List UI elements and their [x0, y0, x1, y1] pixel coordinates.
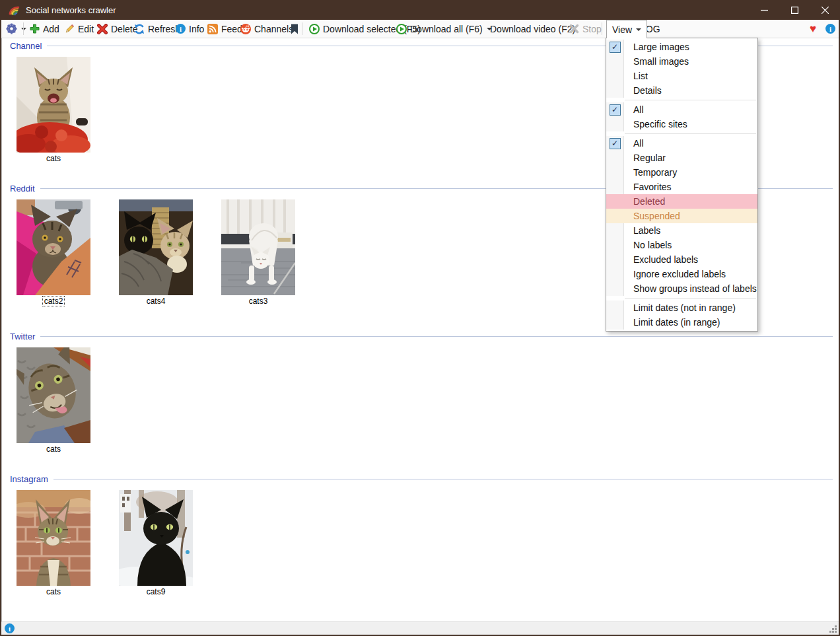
menu-item-large-images[interactable]: Large images: [606, 40, 757, 54]
menu-gutter: [606, 117, 624, 131]
heart-icon: ♥: [810, 23, 816, 34]
menu-gutter: [606, 300, 624, 315]
status-info-icon: i: [5, 623, 15, 633]
red-x-icon: [97, 24, 108, 34]
checked-checkbox-icon: [610, 104, 621, 116]
add-label: Add: [43, 24, 59, 34]
menu-item-regular[interactable]: Regular: [606, 151, 757, 165]
favorites-heart-button[interactable]: ♥: [808, 20, 818, 37]
menu-item-labels[interactable]: Labels: [606, 223, 757, 238]
gallery-item[interactable]: cats: [17, 347, 90, 454]
item-label: cats2: [17, 297, 90, 306]
window-title: Social networks crawler: [26, 5, 116, 15]
edit-button[interactable]: Edit: [61, 20, 97, 37]
item-label: cats: [17, 587, 90, 596]
info-icon: i: [825, 24, 835, 34]
app-rainbow-icon: [9, 5, 20, 16]
group-header-line: [40, 336, 833, 337]
menu-item-excluded-labels[interactable]: Excluded labels: [606, 252, 757, 267]
menu-gutter: [606, 281, 624, 296]
menu-separator: [625, 100, 756, 100]
bookmark-button[interactable]: [287, 20, 302, 37]
menu-item-ignore-excluded-labels[interactable]: Ignore excluded labels: [606, 267, 757, 281]
menu-item-all-filter[interactable]: All: [606, 136, 757, 151]
menu-separator: [625, 298, 756, 299]
toolbar: Add Edit Delete: [1, 20, 839, 38]
play-circle-icon: [309, 24, 320, 34]
menu-item-limit-dates-not-in-range[interactable]: Limit dates (not in range): [606, 300, 757, 315]
download-all-button[interactable]: Download all (F6): [393, 20, 495, 37]
menu-gutter: [606, 151, 624, 165]
group-title: Channel: [10, 41, 42, 51]
menu-item-deleted[interactable]: Deleted: [606, 194, 757, 209]
maximize-button[interactable]: [779, 0, 810, 20]
minimize-button[interactable]: [749, 0, 779, 20]
minimize-icon: [761, 7, 768, 14]
info-button[interactable]: i Info: [172, 20, 207, 37]
menu-item-suspended[interactable]: Suspended: [606, 209, 757, 223]
plus-icon: [30, 24, 40, 34]
menu-item-details[interactable]: Details: [606, 83, 757, 98]
menu-item-specific-sites[interactable]: Specific sites: [606, 117, 757, 131]
item-label: cats4: [119, 297, 193, 306]
about-button[interactable]: i: [823, 20, 837, 37]
gallery-item[interactable]: cats: [17, 57, 90, 163]
menu-gutter: [606, 54, 624, 69]
section-instagram: Instagram: [2, 474, 839, 483]
gallery-item[interactable]: cats2: [17, 199, 90, 306]
thumbnail-tabby-cat-on-red-petals[interactable]: [17, 57, 90, 153]
menu-gutter: [606, 267, 624, 281]
menu-item-show-groups-instead-of-labels[interactable]: Show groups instead of labels: [606, 281, 757, 296]
menu-gutter: [606, 194, 624, 209]
section-twitter: Twitter: [2, 332, 839, 341]
menu-item-list[interactable]: List: [606, 69, 757, 83]
statusbar: i: [1, 621, 839, 635]
stop-label: Stop: [582, 24, 602, 34]
thumbnail-white-cat-stretching[interactable]: [221, 199, 295, 295]
menu-item-no-labels[interactable]: No labels: [606, 238, 757, 252]
menu-item-small-images[interactable]: Small images: [606, 54, 757, 69]
info-icon: i: [176, 24, 186, 34]
view-menu-button[interactable]: View: [606, 20, 647, 38]
thumbnail-black-and-tan-cats-blanket[interactable]: [119, 199, 193, 295]
thumbnail-upside-down-tabby-cat[interactable]: [17, 347, 90, 443]
thumbnail-tabby-cat-brick-wall[interactable]: [17, 490, 90, 586]
refresh-icon: [134, 24, 145, 34]
download-video-button[interactable]: Download video (F2): [487, 20, 578, 37]
item-label: cats3: [221, 297, 295, 306]
menu-gutter: [606, 223, 624, 238]
settings-menu-button[interactable]: [3, 20, 30, 37]
gear-icon: [6, 23, 17, 34]
group-title: Instagram: [10, 474, 48, 484]
menu-item-favorites[interactable]: Favorites: [606, 180, 757, 194]
resize-grip[interactable]: [829, 625, 837, 633]
item-label: cats: [17, 444, 90, 454]
menu-gutter: [606, 180, 624, 194]
gallery-item[interactable]: cats9: [119, 490, 193, 596]
group-header: Twitter: [2, 332, 839, 341]
group-header: Instagram: [2, 474, 839, 483]
app-window: Social networks crawler: [0, 0, 840, 636]
download-video-label: Download video (F2): [490, 24, 575, 34]
menu-gutter: [606, 252, 624, 267]
add-button[interactable]: Add: [26, 20, 63, 37]
gallery-item[interactable]: cats: [17, 490, 90, 596]
menu-item-all-sites[interactable]: All: [606, 102, 757, 117]
titlebar: Social networks crawler: [0, 0, 840, 20]
menu-gutter: [606, 83, 624, 98]
checked-checkbox-icon: [610, 138, 621, 149]
group-title: Twitter: [10, 332, 35, 341]
thumbnail-tabby-cat-pink-blanket[interactable]: [17, 199, 90, 295]
close-button[interactable]: [810, 0, 840, 20]
chevron-down-icon: [636, 28, 641, 31]
stop-button[interactable]: Stop: [566, 20, 605, 37]
menu-item-temporary[interactable]: Temporary: [606, 165, 757, 180]
gallery-item[interactable]: cats4: [119, 199, 193, 306]
thumbnail-black-cat-in-snow[interactable]: [119, 490, 193, 586]
gallery-item[interactable]: cats3: [221, 199, 295, 306]
menu-gutter: [606, 102, 624, 117]
group-header-line: [53, 479, 833, 479]
menu-gutter: [606, 238, 624, 252]
menu-item-limit-dates-in-range[interactable]: Limit dates (in range): [606, 315, 757, 330]
toolbar-separator: [602, 22, 602, 35]
